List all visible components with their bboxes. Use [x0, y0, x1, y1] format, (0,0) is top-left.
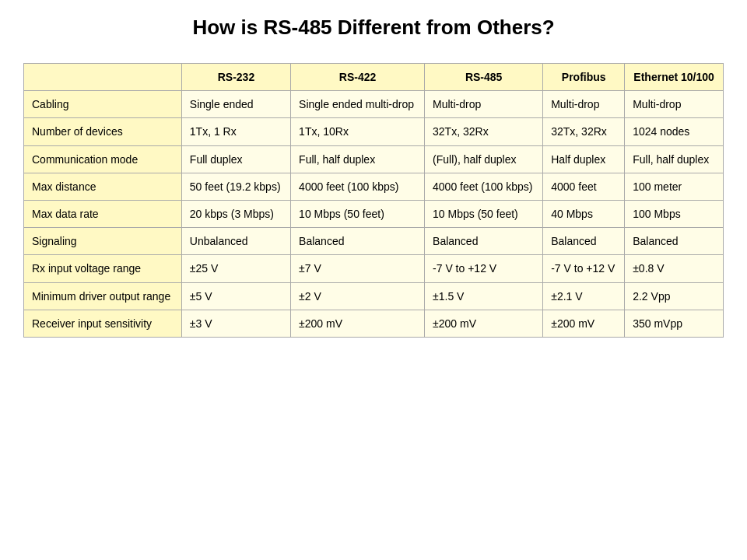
table-cell: ±0.8 V	[625, 255, 724, 282]
table-cell: 10 Mbps (50 feet)	[425, 200, 543, 227]
table-cell: 1Tx, 10Rx	[291, 118, 425, 145]
table-cell: Balanced	[625, 228, 724, 255]
table-cell: ±1.5 V	[425, 282, 543, 310]
table-cell: 4000 feet (100 kbps)	[425, 173, 543, 200]
table-cell: Single ended	[181, 91, 290, 118]
table-cell: 50 feet (19.2 kbps)	[181, 173, 290, 200]
col-header-rs232: RS-232	[181, 64, 290, 91]
row-label: Max data rate	[24, 200, 182, 227]
comparison-table: RS-232 RS-422 RS-485 Profibus Ethernet 1…	[23, 63, 724, 338]
table-cell: 40 Mbps	[543, 200, 625, 227]
table-cell: 100 Mbps	[625, 200, 724, 227]
table-cell: 1024 nodes	[625, 118, 724, 145]
table-cell: Balanced	[543, 228, 625, 255]
table-cell: Full duplex	[181, 145, 290, 173]
row-label: Communication mode	[24, 145, 182, 173]
table-row: Communication modeFull duplexFull, half …	[24, 145, 724, 173]
col-header-rs485: RS-485	[425, 64, 543, 91]
col-header-profibus: Profibus	[543, 64, 625, 91]
table-cell: 350 mVpp	[625, 310, 724, 337]
table-row: Receiver input sensitivity±3 V±200 mV±20…	[24, 310, 724, 337]
row-label: Cabling	[24, 91, 182, 118]
table-cell: Single ended multi-drop	[291, 91, 425, 118]
col-header-empty	[24, 64, 182, 91]
table-cell: 4000 feet (100 kbps)	[291, 173, 425, 200]
row-label: Number of devices	[24, 118, 182, 145]
col-header-ethernet: Ethernet 10/100	[625, 64, 724, 91]
table-cell: ±25 V	[181, 255, 290, 282]
table-cell: ±3 V	[181, 310, 290, 337]
table-row: Number of devices1Tx, 1 Rx1Tx, 10Rx32Tx,…	[24, 118, 724, 145]
page-title: How is RS-485 Different from Others?	[192, 16, 554, 40]
table-cell: (Full), half duplex	[425, 145, 543, 173]
table-cell: 20 kbps (3 Mbps)	[181, 200, 290, 227]
table-cell: 100 meter	[625, 173, 724, 200]
table-cell: Unbalanced	[181, 228, 290, 255]
row-label: Rx input voltage range	[24, 255, 182, 282]
table-cell: ±2 V	[291, 282, 425, 310]
table-cell: ±7 V	[291, 255, 425, 282]
table-row: CablingSingle endedSingle ended multi-dr…	[24, 91, 724, 118]
table-row: Rx input voltage range±25 V±7 V-7 V to +…	[24, 255, 724, 282]
row-label: Signaling	[24, 228, 182, 255]
table-cell: ±200 mV	[543, 310, 625, 337]
table-cell: Full, half duplex	[291, 145, 425, 173]
table-cell: 1Tx, 1 Rx	[181, 118, 290, 145]
table-cell: 32Tx, 32Rx	[425, 118, 543, 145]
table-row: Minimum driver output range±5 V±2 V±1.5 …	[24, 282, 724, 310]
row-label: Receiver input sensitivity	[24, 310, 182, 337]
table-row: Max data rate20 kbps (3 Mbps)10 Mbps (50…	[24, 200, 724, 227]
table-cell: 10 Mbps (50 feet)	[291, 200, 425, 227]
table-row: SignalingUnbalancedBalancedBalancedBalan…	[24, 228, 724, 255]
table-cell: Balanced	[425, 228, 543, 255]
table-cell: ±200 mV	[291, 310, 425, 337]
table-cell: Multi-drop	[425, 91, 543, 118]
table-cell: ±200 mV	[425, 310, 543, 337]
table-row: Max distance50 feet (19.2 kbps)4000 feet…	[24, 173, 724, 200]
col-header-rs422: RS-422	[291, 64, 425, 91]
table-cell: Multi-drop	[625, 91, 724, 118]
table-cell: 2.2 Vpp	[625, 282, 724, 310]
table-cell: 4000 feet	[543, 173, 625, 200]
table-cell: -7 V to +12 V	[543, 255, 625, 282]
table-cell: Balanced	[291, 228, 425, 255]
table-cell: Multi-drop	[543, 91, 625, 118]
table-cell: ±2.1 V	[543, 282, 625, 310]
table-cell: 32Tx, 32Rx	[543, 118, 625, 145]
table-cell: Full, half duplex	[625, 145, 724, 173]
row-label: Max distance	[24, 173, 182, 200]
table-cell: ±5 V	[181, 282, 290, 310]
row-label: Minimum driver output range	[24, 282, 182, 310]
table-cell: Half duplex	[543, 145, 625, 173]
table-cell: -7 V to +12 V	[425, 255, 543, 282]
